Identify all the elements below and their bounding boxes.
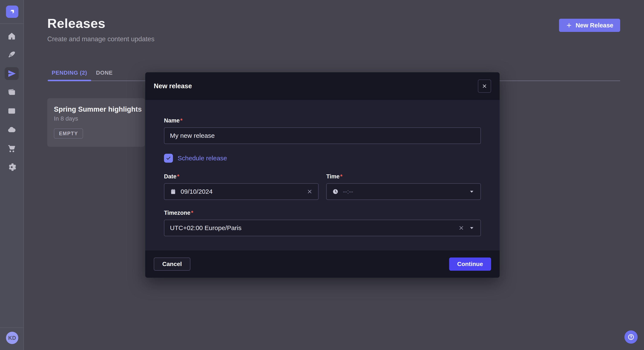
required-mark: * (180, 117, 183, 124)
chevron-down-icon (468, 188, 475, 195)
tab-done[interactable]: DONE (98, 66, 111, 80)
sidebar-footer-divider (0, 328, 24, 328)
sidebar-divider (0, 23, 24, 24)
strapi-logo-icon (8, 8, 16, 15)
schedule-release-label[interactable]: Schedule release (178, 155, 227, 162)
app-logo[interactable] (6, 5, 18, 18)
name-input[interactable] (170, 132, 475, 139)
user-avatar[interactable]: KD (6, 332, 18, 344)
checkmark-icon (166, 156, 171, 161)
page-subtitle: Create and manage content updates (47, 35, 154, 43)
time-label: Time* (326, 173, 481, 180)
sidebar-item-media[interactable] (0, 83, 24, 102)
timezone-field-group: Timezone* (164, 210, 481, 236)
app-screen: KD Releases Create and manage content up… (0, 0, 644, 350)
close-icon (482, 83, 487, 89)
new-release-button[interactable]: New Release (559, 19, 620, 32)
new-release-modal: New release Name* (145, 72, 500, 278)
sidebar-item-store[interactable] (0, 139, 24, 158)
date-time-row: Date* (164, 173, 481, 200)
time-field-group: Time* (326, 173, 481, 200)
name-label: Name* (164, 117, 481, 124)
required-mark: * (340, 173, 343, 180)
modal-header: New release (145, 72, 500, 100)
required-mark: * (191, 210, 193, 216)
time-input[interactable] (343, 188, 464, 195)
tab-pending[interactable]: PENDING (2) (48, 66, 91, 80)
feather-icon (8, 51, 16, 59)
chevron-down-icon (468, 225, 475, 231)
clock-icon (332, 188, 338, 195)
clear-x-icon (307, 189, 313, 194)
page-title: Releases (47, 16, 106, 31)
calendar-icon (170, 188, 176, 195)
sidebar-item-layout[interactable] (0, 102, 24, 120)
sidebar-item-content[interactable] (0, 45, 24, 64)
time-input-shell (326, 183, 481, 200)
name-field-group: Name* (164, 117, 481, 144)
release-card-title: Spring Summer highlights (54, 105, 142, 113)
schedule-release-row[interactable]: Schedule release (164, 154, 481, 163)
modal-footer: Cancel Continue (145, 250, 500, 278)
modal-close-button[interactable] (478, 80, 491, 93)
release-card[interactable]: Spring Summer highlights In 8 days EMPTY (47, 98, 145, 147)
timezone-label: Timezone* (164, 210, 481, 216)
date-input-shell (164, 183, 318, 200)
gear-icon (8, 163, 16, 172)
active-tab-underline (48, 80, 91, 81)
cancel-button[interactable]: Cancel (154, 257, 190, 271)
timezone-clear-button[interactable] (458, 225, 464, 231)
sidebar-item-cloud[interactable] (0, 120, 24, 139)
new-release-button-label: New Release (576, 22, 613, 29)
sidebar-item-releases[interactable] (0, 64, 24, 83)
time-dropdown-button[interactable] (468, 188, 475, 195)
schedule-release-checkbox[interactable] (164, 154, 173, 163)
home-icon (8, 32, 16, 40)
paper-plane-icon (8, 69, 16, 78)
timezone-dropdown-button[interactable] (468, 225, 475, 231)
modal-body: Name* Schedule release Da (145, 100, 500, 250)
date-clear-button[interactable] (307, 189, 313, 194)
images-icon (8, 88, 16, 97)
active-nav-pill (5, 67, 19, 80)
date-field-group: Date* (164, 173, 318, 200)
cart-icon (8, 144, 16, 153)
plus-icon (566, 22, 572, 28)
sidebar: KD (0, 0, 24, 350)
question-icon (628, 334, 635, 341)
clear-x-icon (458, 225, 464, 231)
timezone-input-shell (164, 220, 481, 236)
date-label: Date* (164, 173, 318, 180)
date-input[interactable] (180, 188, 302, 195)
avatar-initials: KD (8, 335, 16, 341)
required-mark: * (177, 173, 180, 180)
continue-button[interactable]: Continue (449, 257, 491, 271)
release-status-badge: EMPTY (54, 128, 83, 139)
sidebar-item-home[interactable] (0, 27, 24, 45)
panel-icon (8, 107, 16, 115)
cloud-icon (8, 126, 16, 134)
name-input-shell (164, 127, 481, 144)
timezone-input[interactable] (170, 224, 454, 232)
sidebar-item-settings[interactable] (0, 158, 24, 176)
modal-title: New release (154, 82, 192, 90)
release-card-meta: In 8 days (54, 115, 78, 122)
help-button[interactable] (624, 331, 638, 344)
